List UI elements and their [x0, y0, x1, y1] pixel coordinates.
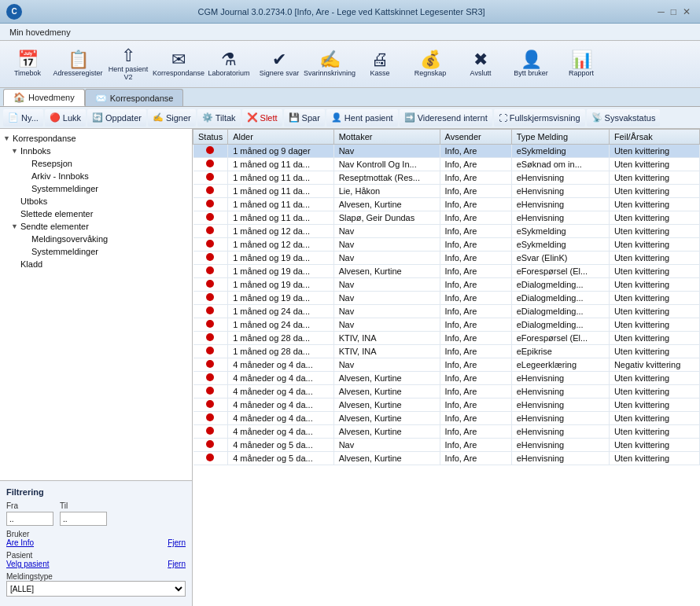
action-btn-tiltak[interactable]: ⚙️Tiltak [197, 109, 241, 127]
pasient-fjern[interactable]: Fjern [168, 560, 186, 568]
sidebar-item-meldingsovervaking[interactable]: Meldingsovervåking [0, 233, 192, 245]
action-btn-videresend-internt[interactable]: ➡️Videresend internt [400, 109, 492, 127]
toolbar-btn-rapport[interactable]: 📊Rapport [557, 43, 606, 86]
table-row[interactable]: 1 måned og 19 da... Nav Info, Are eDialo… [193, 278, 700, 292]
col-type-melding[interactable]: Type Melding [511, 130, 609, 145]
table-row[interactable]: 1 måned og 19 da... Nav Info, Are eDialo… [193, 292, 700, 305]
bruker-fjern[interactable]: Fjern [168, 538, 186, 547]
sidebar-item-systemmeldinger2[interactable]: Systemmeldinger [0, 245, 192, 258]
sidebar-item-kladd[interactable]: Kladd [0, 258, 192, 270]
action-btn-sysvakstatus[interactable]: 📡Sysvakstatus [587, 109, 661, 127]
menu-min-hovedmeny[interactable]: Min hovedmeny [3, 26, 77, 39]
table-row[interactable]: 1 måned og 24 da... Nav Info, Are eDialo… [193, 318, 700, 332]
toolbar-btn-hent-pasient-v2[interactable]: ⇧Hent pasient V2 [104, 43, 153, 86]
maximize-button[interactable]: □ [668, 6, 680, 17]
action-btn-ny[interactable]: 📄Ny... [3, 109, 43, 127]
table-row[interactable]: 1 måned og 19 da... Alvesen, Kurtine Inf… [193, 265, 700, 278]
sidebar-item-korrespondanse[interactable]: ▼Korrespondanse [0, 132, 192, 145]
toolbar-btn-avslutt[interactable]: ✖Avslutt [456, 43, 505, 86]
table-row[interactable]: 4 måneder og 4 da... Alvesen, Kurtine In… [193, 425, 700, 439]
action-btn-hent-pasient[interactable]: 👤Hent pasient [326, 109, 398, 127]
sidebar-item-innboks[interactable]: ▼Innboks [0, 145, 192, 157]
mottaker-cell: Alvesen, Kurtine [333, 372, 440, 385]
sidebar-item-utboks[interactable]: Utboks [0, 195, 192, 208]
sidebar-item-slettede-elementer[interactable]: Slettede elementer [0, 208, 192, 220]
action-btn-oppdater[interactable]: 🔄Oppdater [87, 109, 146, 127]
til-input[interactable] [60, 512, 107, 526]
status-cell [193, 211, 228, 225]
table-row[interactable]: 1 måned og 11 da... Lie, Håkon Info, Are… [193, 185, 700, 198]
col-mottaker[interactable]: Mottaker [333, 130, 440, 145]
table-row[interactable]: 1 måned og 11 da... Alvesen, Kurtine Inf… [193, 198, 700, 211]
table-row[interactable]: 4 måneder og 4 da... Alvesen, Kurtine In… [193, 412, 700, 425]
avsender-cell: Info, Are [440, 425, 511, 439]
action-btn-spar[interactable]: 💾Spar [284, 109, 325, 127]
svarinnskrivning-icon: ✍ [319, 51, 341, 68]
status-cell [193, 318, 228, 332]
tab-hovedmeny[interactable]: 🏠Hovedmeny [3, 89, 85, 106]
tab-korrespondanse[interactable]: ✉️Korrespondanse [85, 89, 184, 106]
action-btn-signer[interactable]: ✍️Signer [148, 109, 196, 127]
table-row[interactable]: 1 måned og 9 dager Nav Info, Are eSykmel… [193, 145, 700, 158]
table-row[interactable]: 1 måned og 19 da... Nav Info, Are eSvar … [193, 252, 700, 265]
feil-arsak-cell: Uten kvittering [609, 412, 699, 425]
col-avsender[interactable]: Avsender [440, 130, 511, 145]
mottaker-cell: Alvesen, Kurtine [333, 398, 440, 412]
action-btn-lukk[interactable]: 🔴Lukk [45, 109, 86, 127]
type-melding-cell: eHenvisning [511, 171, 609, 185]
table-row[interactable]: 1 måned og 12 da... Nav Info, Are eSykme… [193, 225, 700, 238]
status-dot [206, 454, 214, 461]
table-row[interactable]: 1 måned og 11 da... Nav Kontroll Og In..… [193, 158, 700, 171]
sidebar-tree: ▼Korrespondanse▼InnboksResepsjonArkiv - … [0, 129, 192, 480]
status-dot [206, 173, 214, 181]
action-btn-fullskjermsvisning[interactable]: ⛶Fullskjermsvisning [494, 109, 585, 127]
status-dot [206, 253, 214, 261]
bruker-link[interactable]: Are Info [6, 538, 34, 547]
toolbar-btn-bytt-bruker[interactable]: 👤Bytt bruker [507, 43, 555, 86]
col-status[interactable]: Status [193, 130, 228, 145]
feil-arsak-cell: Uten kvittering [609, 225, 699, 238]
table-row[interactable]: 4 måneder og 4 da... Alvesen, Kurtine In… [193, 385, 700, 398]
toolbar-btn-korrespondanse[interactable]: ✉Korrespondanse [154, 43, 203, 86]
table-row[interactable]: 1 måned og 11 da... Reseptmottak (Res...… [193, 171, 700, 185]
sidebar-item-sendte-elementer[interactable]: ▼Sendte elementer [0, 220, 192, 233]
toolbar-btn-regnskap[interactable]: 💰Regnskap [406, 43, 455, 86]
meldingstype-select[interactable]: [ALLE] [6, 581, 186, 597]
table-row[interactable]: 4 måneder og 5 da... Nav Info, Are eHenv… [193, 439, 700, 452]
table-wrapper[interactable]: Status Alder Mottaker Avsender Type Meld… [193, 129, 700, 606]
mottaker-cell: Alvesen, Kurtine [333, 412, 440, 425]
toolbar-btn-laboratorium[interactable]: ⚗Laboratorium [204, 43, 253, 86]
toolbar-btn-svarinnskrivning[interactable]: ✍Svarinnskrivning [305, 43, 354, 86]
action-btn-slett[interactable]: ❌Slett [242, 109, 282, 127]
table-row[interactable]: 1 måned og 24 da... Nav Info, Are eDialo… [193, 305, 700, 318]
table-row[interactable]: 4 måneder og 5 da... Alvesen, Kurtine In… [193, 452, 700, 465]
table-row[interactable]: 1 måned og 11 da... Slapø, Geir Dundas I… [193, 211, 700, 225]
sidebar-item-resepsjon[interactable]: Resepsjon [0, 157, 192, 170]
mottaker-cell: Nav [333, 145, 440, 158]
close-button[interactable]: ✕ [680, 6, 694, 17]
action-label-signer: Signer [166, 113, 191, 123]
toolbar-btn-adresseregister[interactable]: 📋Adresseregister [53, 43, 102, 86]
alder-cell: 1 måned og 28 da... [228, 332, 333, 345]
fra-input[interactable] [6, 512, 53, 526]
action-label-slett: Slett [260, 113, 278, 123]
sidebar-item-arkiv-innboks[interactable]: Arkiv - Innboks [0, 170, 192, 182]
toolbar-btn-signere-svar[interactable]: ✔Signere svar [255, 43, 304, 86]
status-dot [206, 240, 214, 248]
toolbar-btn-kasse[interactable]: 🖨Kasse [356, 43, 404, 86]
toolbar-btn-timebok[interactable]: 📅Timebok [3, 43, 52, 86]
table-row[interactable]: 4 måneder og 4 da... Alvesen, Kurtine In… [193, 372, 700, 385]
avsender-cell: Info, Are [440, 385, 511, 398]
table-row[interactable]: 4 måneder og 4 da... Alvesen, Kurtine In… [193, 398, 700, 412]
pasient-link[interactable]: Velg pasient [6, 560, 50, 568]
toolbar-label-avslutt: Avslutt [470, 70, 492, 78]
table-row[interactable]: 1 måned og 12 da... Nav Info, Are eSykme… [193, 238, 700, 252]
avsender-cell: Info, Are [440, 398, 511, 412]
table-row[interactable]: 1 måned og 28 da... KTIV, INA Info, Are … [193, 345, 700, 358]
col-alder[interactable]: Alder [228, 130, 333, 145]
table-row[interactable]: 1 måned og 28 da... KTIV, INA Info, Are … [193, 332, 700, 345]
col-feil-arsak[interactable]: Feil/Årsak [609, 130, 699, 145]
table-row[interactable]: 4 måneder og 4 da... Nav Info, Are eLege… [193, 358, 700, 372]
sidebar-item-systemmeldinger[interactable]: Systemmeldinger [0, 182, 192, 195]
minimize-button[interactable]: ─ [654, 6, 668, 17]
